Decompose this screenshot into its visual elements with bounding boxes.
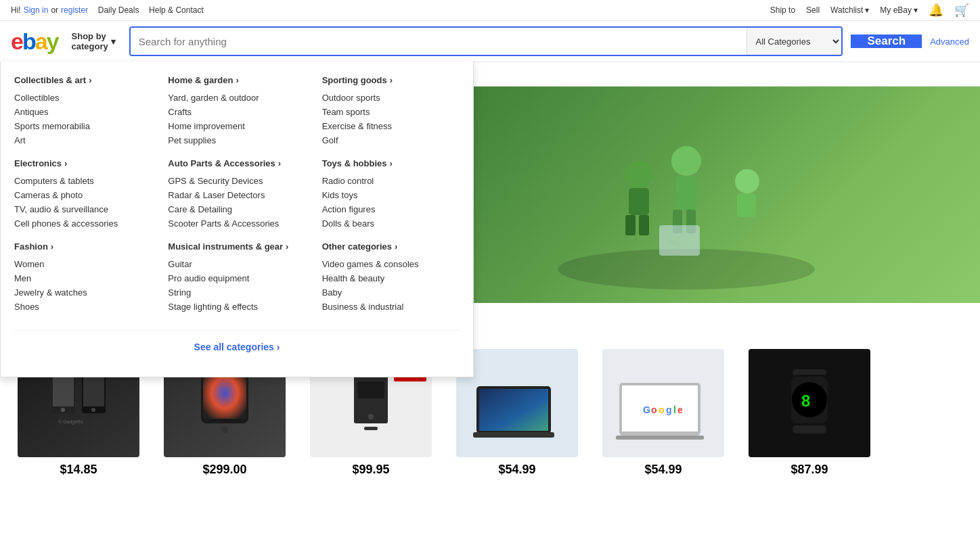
gps-security-link[interactable]: GPS & Security Devices: [168, 174, 305, 188]
signin-link[interactable]: Sign in: [24, 5, 49, 15]
cameras-photo-link[interactable]: Cameras & photo: [14, 188, 152, 202]
sell-link[interactable]: Sell: [806, 5, 820, 15]
men-link[interactable]: Men: [14, 271, 152, 285]
product-image-5: G o o g l e: [602, 349, 724, 457]
cart-icon[interactable]: 🛒: [954, 3, 969, 18]
radio-control-link[interactable]: Radio control: [322, 174, 460, 188]
myebay-label: My eBay: [880, 5, 912, 15]
collectibles-title[interactable]: Collectibles & art ›: [14, 75, 152, 85]
women-link[interactable]: Women: [14, 257, 152, 271]
exercise-fitness-link[interactable]: Exercise & fitness: [322, 119, 460, 133]
musical-instruments-title[interactable]: Musical instruments & gear ›: [168, 241, 305, 252]
action-figures-link[interactable]: Action figures: [322, 202, 460, 216]
collectibles-link[interactable]: Collectibles: [14, 91, 152, 105]
pro-audio-link[interactable]: Pro audio equipment: [168, 271, 305, 285]
svg-rect-30: [473, 432, 554, 438]
dropdown-grid: Collectibles & art › Collectibles Antiqu…: [14, 75, 460, 325]
svg-text:o: o: [651, 404, 657, 415]
antiques-link[interactable]: Antiques: [14, 105, 152, 119]
shop-by-chevron-icon: ▾: [111, 37, 116, 47]
search-category-select[interactable]: All Categories: [747, 28, 841, 55]
radar-laser-link[interactable]: Radar & Laser Detectors: [168, 188, 305, 202]
fashion-title[interactable]: Fashion ›: [14, 241, 152, 252]
yard-garden-link[interactable]: Yard, garden & outdoor: [168, 91, 305, 105]
art-link[interactable]: Art: [14, 133, 152, 147]
advanced-search-link[interactable]: Advanced: [930, 37, 969, 47]
golf-link[interactable]: Golf: [322, 133, 460, 147]
sporting-goods-title[interactable]: Sporting goods ›: [322, 75, 460, 85]
product-card-6[interactable]: 8 $87.99: [742, 349, 877, 477]
sports-memorabilia-link[interactable]: Sports memorabilia: [14, 119, 152, 133]
tv-audio-link[interactable]: TV, audio & surveillance: [14, 202, 152, 216]
notification-bell-icon[interactable]: 🔔: [929, 3, 943, 18]
care-detailing-link[interactable]: Care & Detailing: [168, 202, 305, 216]
team-sports-link[interactable]: Team sports: [322, 105, 460, 119]
stage-lighting-link[interactable]: Stage lighting & effects: [168, 300, 305, 314]
hero-svg: bag: [551, 93, 822, 296]
auto-parts-title[interactable]: Auto Parts & Accessories ›: [168, 158, 305, 168]
see-all-categories-link[interactable]: See all categories ›: [194, 342, 280, 352]
crafts-link[interactable]: Crafts: [168, 105, 305, 119]
svg-point-9: [735, 169, 759, 193]
home-garden-title[interactable]: Home & garden ›: [168, 75, 305, 85]
auto-parts-arrow-icon: ›: [278, 158, 281, 168]
other-categories-title[interactable]: Other categories ›: [322, 241, 460, 252]
dropdown-col-2: Sporting goods › Outdoor sports Team spo…: [322, 75, 460, 325]
fashion-arrow-icon: ›: [51, 241, 53, 252]
baby-link[interactable]: Baby: [322, 285, 460, 300]
business-industrial-link[interactable]: Business & industrial: [322, 300, 460, 314]
svg-rect-29: [479, 389, 548, 431]
top-bar-right: Ship to Sell Watchlist ▾ My eBay ▾ 🔔 🛒: [770, 3, 969, 18]
electronics-section: Electronics › Computers & tablets Camera…: [14, 158, 152, 231]
collectibles-arrow-icon: ›: [89, 75, 91, 85]
video-games-link[interactable]: Video games & consoles: [322, 257, 460, 271]
register-link[interactable]: register: [61, 5, 88, 15]
header-wrapper: ebay Shop by category ▾ All Categories S…: [0, 21, 980, 62]
svg-text:g: g: [666, 404, 672, 415]
svg-rect-45: [793, 425, 826, 434]
watchlist-button[interactable]: Watchlist ▾: [830, 5, 869, 15]
home-garden-arrow-icon: ›: [236, 75, 238, 85]
toys-hobbies-title[interactable]: Toys & hobbies ›: [322, 158, 460, 168]
svg-text:l: l: [673, 404, 676, 415]
logo-b: b: [22, 28, 35, 54]
svg-point-25: [368, 414, 374, 419]
product-card-5[interactable]: G o o g l e $54.99: [596, 349, 731, 477]
home-improvement-link[interactable]: Home improvement: [168, 119, 305, 133]
shoes-link[interactable]: Shoes: [14, 300, 152, 314]
cell-phones-link[interactable]: Cell phones & accessories: [14, 216, 152, 231]
watchlist-chevron-icon: ▾: [865, 5, 869, 15]
computers-tablets-link[interactable]: Computers & tablets: [14, 174, 152, 188]
search-input[interactable]: [131, 28, 747, 55]
svg-rect-10: [737, 193, 756, 217]
logo-e: e: [11, 28, 22, 54]
svg-rect-17: [83, 373, 104, 406]
kids-toys-link[interactable]: Kids toys: [322, 188, 460, 202]
health-beauty-link[interactable]: Health & beauty: [322, 271, 460, 285]
ebay-logo[interactable]: ebay: [11, 28, 58, 55]
help-contact-link[interactable]: Help & Contact: [149, 5, 204, 15]
dolls-bears-link[interactable]: Dolls & bears: [322, 216, 460, 231]
shop-by-category-button[interactable]: Shop by category ▾: [66, 28, 121, 54]
musical-instruments-arrow-icon: ›: [286, 241, 288, 252]
outdoor-sports-link[interactable]: Outdoor sports: [322, 91, 460, 105]
shop-by-line2: category: [72, 41, 108, 51]
search-button[interactable]: Search: [851, 34, 922, 48]
string-link[interactable]: String: [168, 285, 305, 300]
pet-supplies-link[interactable]: Pet supplies: [168, 133, 305, 147]
svg-rect-24: [357, 381, 384, 398]
hero-image: bag: [392, 87, 980, 303]
scooter-parts-link[interactable]: Scooter Parts & Accessories: [168, 216, 305, 231]
svg-text:e: e: [677, 404, 683, 415]
jewelry-watches-link[interactable]: Jewelry & watches: [14, 285, 152, 300]
daily-deals-link[interactable]: Daily Deals: [98, 5, 139, 15]
guitar-link[interactable]: Guitar: [168, 257, 305, 271]
product-price-4: $54.99: [498, 463, 535, 477]
myebay-button[interactable]: My eBay ▾: [880, 5, 918, 15]
product-price-3: $99.95: [352, 463, 389, 477]
search-bar: All Categories: [129, 26, 843, 56]
svg-point-1: [625, 161, 652, 188]
electronics-title[interactable]: Electronics ›: [14, 158, 152, 168]
greeting-text: Hi!: [11, 5, 21, 15]
toys-hobbies-arrow-icon: ›: [389, 158, 392, 168]
